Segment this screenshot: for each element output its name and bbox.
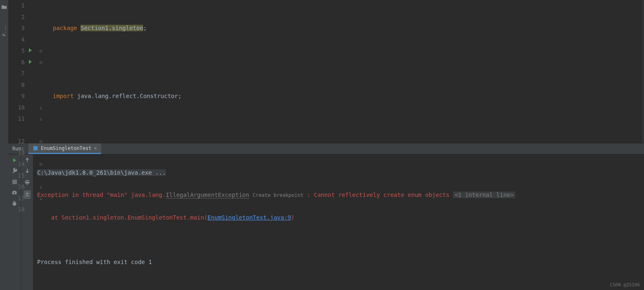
fold-icon[interactable]: ⊟ [40,136,49,147]
line-number [8,125,25,136]
console-line [37,234,644,246]
line-number: 6 [8,57,25,68]
fold-end-icon[interactable]: ⊥ [40,113,49,125]
console-line: at Section1.singleton.EnumSingletonTest.… [37,212,644,223]
fold-gutter: ⊟ ⊟ ⊥ ⊥ ⊟ ⊟ ⊥ ⊥ [40,0,49,143]
line-number: 2 [8,12,25,23]
run-toolwindow: C:\Java\jdk1.8.0_261\bin\java.exe ... Ex… [8,154,644,290]
code-line [53,57,641,68]
fold-icon[interactable]: ⊟ [40,57,49,68]
run-toolwindow-header: Run: EnumSingletonTest × [8,143,644,154]
fold-icon[interactable]: ⊟ [40,159,49,170]
line-number: 3 [8,23,25,34]
line-number-gutter: 1 2 3 4 5 6 7 8 9 10 11 12 13 14 15 16 1… [8,0,29,143]
line-number: 5 [8,45,25,57]
fold-end-icon[interactable]: ⊥ [40,102,49,114]
line-number: 18 [8,204,25,215]
code-line: package Section1.singleton; [53,23,641,34]
console-line: Exception in thread "main" java.lang.Ill… [37,189,644,201]
line-number: 4 [8,34,25,46]
line-number: 10 [8,102,25,114]
console-line: C:\Java\jdk1.8.0_261\bin\java.exe ... [37,167,644,178]
code-line [53,125,641,136]
project-icon[interactable] [1,4,7,10]
exception-link[interactable]: IllegalArgumentException [166,192,249,199]
run-main-icon[interactable] [29,57,40,68]
error-stripe[interactable] [641,0,644,143]
close-icon[interactable]: × [94,145,97,151]
line-number: 15 [8,170,25,182]
console-output[interactable]: C:\Java\jdk1.8.0_261\bin\java.exe ... Ex… [33,154,644,290]
fold-end-icon[interactable]: ⊥ [40,181,49,193]
line-number: 1 [8,0,25,12]
create-breakpoint-button[interactable]: Create breakpoint [253,192,304,198]
line-number: 14 [8,159,25,170]
bookmarks-label[interactable]: Bookmarks [0,257,1,282]
line-number: 13 [8,147,25,159]
watermark: CSDN @ZS106 [610,282,640,288]
fold-icon[interactable]: ⊟ [40,45,49,57]
stacktrace-link[interactable]: EnumSingletonTest.java:9 [208,214,291,221]
project-label[interactable]: P... [2,25,7,36]
line-number: 7 [8,68,25,80]
code-editor[interactable]: 1 2 3 4 5 6 7 8 9 10 11 12 13 14 15 16 1… [8,0,644,143]
code-area[interactable]: package Section1.singleton; import java.… [49,0,641,143]
line-number: 16 [8,181,25,193]
run-class-icon[interactable] [29,45,40,57]
code-line: import java.lang.reflect.Constructor; [53,91,641,102]
fold-end-icon[interactable]: ⊥ [40,193,49,204]
line-number: 11 [8,113,25,125]
line-number: 17 [8,193,25,204]
line-number: 12 [8,136,25,147]
console-line: Process finished with exit code 1 [37,257,644,268]
tool-window-bar-left[interactable]: P... Bookmarks [0,0,8,290]
run-gutter [29,0,40,143]
line-number: 9 [8,91,25,102]
line-number: 8 [8,80,25,91]
